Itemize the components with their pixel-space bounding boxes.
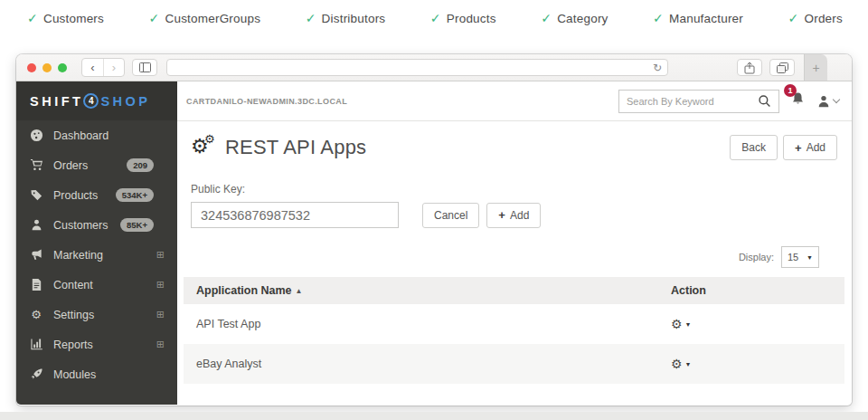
- nav-buttons: ‹ ›: [81, 58, 125, 77]
- notifications-button[interactable]: 1: [790, 91, 806, 110]
- minimize-button[interactable]: [42, 63, 52, 72]
- share-icon: [744, 62, 755, 74]
- sidebar-item-label: Settings: [53, 309, 156, 321]
- sidebar-item-label: Content: [53, 279, 156, 291]
- add-button-label: Add: [807, 141, 826, 154]
- public-key-label: Public Key:: [191, 183, 837, 196]
- check-icon: ✓: [430, 11, 441, 25]
- logo-text-shop: SHOP: [100, 94, 150, 109]
- display-count-label: Display:: [739, 252, 774, 262]
- tabs-icon: [777, 62, 788, 73]
- sidebar-item-content[interactable]: Content ⊞: [16, 270, 177, 300]
- column-label: Application Name: [196, 284, 292, 297]
- caret-down-icon: ▼: [685, 321, 692, 328]
- display-count-select[interactable]: 15 ▼: [781, 246, 819, 268]
- cancel-button[interactable]: Cancel: [422, 203, 479, 228]
- column-header-application-name[interactable]: Application Name ▲: [196, 284, 671, 297]
- close-button[interactable]: [27, 63, 36, 72]
- share-button[interactable]: [737, 59, 762, 76]
- status-item-products: ✓Products: [430, 11, 496, 25]
- check-icon: ✓: [653, 11, 664, 25]
- search-icon[interactable]: [758, 94, 771, 108]
- table-row: API Test App ⚙ ▼: [184, 304, 844, 344]
- zoom-button[interactable]: [58, 63, 67, 72]
- sidebar-item-marketing[interactable]: Marketing ⊞: [16, 240, 177, 270]
- back-button[interactable]: Back: [730, 135, 778, 160]
- sidebar-item-orders[interactable]: Orders 209: [16, 150, 177, 180]
- row-action-menu[interactable]: ⚙ ▼: [671, 357, 832, 371]
- table-header-row: Application Name ▲ Action: [184, 277, 844, 304]
- caret-down-icon: ▼: [685, 361, 692, 368]
- sidebar-item-label: Modules: [53, 368, 165, 381]
- status-item-manufacturer: ✓Manufacturer: [653, 11, 743, 25]
- app-name-cell: eBay Analyst: [196, 358, 671, 370]
- sort-asc-icon: ▲: [296, 287, 303, 295]
- browser-toolbar: ‹ › ↻ +: [16, 54, 852, 81]
- forward-nav-button[interactable]: ›: [103, 59, 124, 76]
- sidebar-item-reports[interactable]: Reports ⊞: [16, 329, 177, 359]
- plus-icon: +: [498, 208, 505, 222]
- check-icon: ✓: [788, 11, 799, 25]
- back-nav-button[interactable]: ‹: [82, 59, 103, 76]
- expand-icon[interactable]: ⊞: [156, 279, 165, 291]
- notification-count-badge: 1: [784, 84, 797, 97]
- row-action-menu[interactable]: ⚙ ▼: [671, 317, 832, 331]
- sidebar-item-label: Marketing: [53, 249, 156, 262]
- products-count-badge: 534K+: [116, 188, 154, 202]
- expand-icon[interactable]: ⊞: [156, 249, 165, 261]
- status-label: Products: [447, 12, 496, 25]
- form-add-button[interactable]: +Add: [486, 203, 541, 228]
- sidebar-toggle-button[interactable]: [132, 59, 157, 76]
- check-icon: ✓: [149, 11, 160, 25]
- search-input[interactable]: [627, 96, 758, 107]
- add-app-button[interactable]: +Add: [783, 135, 837, 160]
- status-label: Customers: [43, 12, 104, 25]
- keyword-search-box: [618, 90, 779, 113]
- url-bar[interactable]: ↻: [166, 59, 668, 76]
- rocket-icon: [29, 368, 43, 382]
- account-menu-button[interactable]: [816, 94, 839, 109]
- document-icon: [29, 278, 43, 292]
- sidebar-item-label: Orders: [53, 159, 127, 172]
- gear-icon: ⚙: [29, 308, 43, 322]
- expand-icon[interactable]: ⊞: [156, 309, 165, 320]
- sidebar-item-label: Products: [53, 189, 116, 202]
- bar-chart-icon: [29, 338, 43, 352]
- status-item-customers: ✓Customers: [27, 11, 104, 25]
- window-controls: [27, 63, 67, 72]
- status-label: CustomerGroups: [165, 12, 261, 25]
- column-header-action: Action: [671, 284, 832, 297]
- plus-icon: +: [795, 141, 802, 155]
- public-key-input[interactable]: [191, 202, 399, 228]
- browser-window: ‹ › ↻ + SHIFT 4 SHOP: [16, 54, 852, 406]
- app-name-cell: API Test App: [196, 318, 671, 330]
- sidebar-icon: [139, 62, 151, 72]
- store-domain-label: CARTDANILO-NEWADMIN.3DC.LOCAL: [186, 97, 347, 106]
- tags-icon: [29, 188, 43, 203]
- gear-icon: ⚙: [671, 317, 683, 331]
- tabs-overview-button[interactable]: [769, 59, 795, 76]
- display-count-value: 15: [788, 252, 798, 262]
- sidebar-item-modules[interactable]: Modules: [16, 359, 177, 389]
- logo-text-shift: SHIFT: [30, 94, 83, 109]
- shift4shop-logo[interactable]: SHIFT 4 SHOP: [16, 81, 177, 120]
- reload-icon[interactable]: ↻: [653, 62, 662, 74]
- status-label: Manufacturer: [669, 12, 743, 25]
- customers-count-badge: 85K+: [120, 218, 154, 232]
- user-icon: [816, 94, 831, 109]
- desktop-strip: [0, 412, 868, 420]
- caret-down-icon: ▼: [807, 254, 813, 261]
- expand-icon[interactable]: ⊞: [156, 339, 165, 350]
- megaphone-icon: [29, 248, 43, 262]
- public-key-form: Public Key: Cancel +Add: [191, 183, 837, 228]
- status-label: Orders: [804, 12, 842, 25]
- sidebar-item-dashboard[interactable]: Dashboard: [16, 120, 177, 150]
- sidebar-item-customers[interactable]: Customers 85K+: [16, 210, 177, 240]
- new-tab-button[interactable]: +: [804, 54, 827, 81]
- sidebar-item-products[interactable]: Products 534K+: [16, 180, 177, 210]
- status-item-distributors: ✓Distributors: [306, 11, 386, 25]
- sidebar-item-settings[interactable]: ⚙ Settings ⊞: [16, 300, 177, 329]
- form-add-label: Add: [510, 209, 529, 222]
- cart-icon: [29, 158, 43, 173]
- status-label: Distributors: [322, 12, 386, 25]
